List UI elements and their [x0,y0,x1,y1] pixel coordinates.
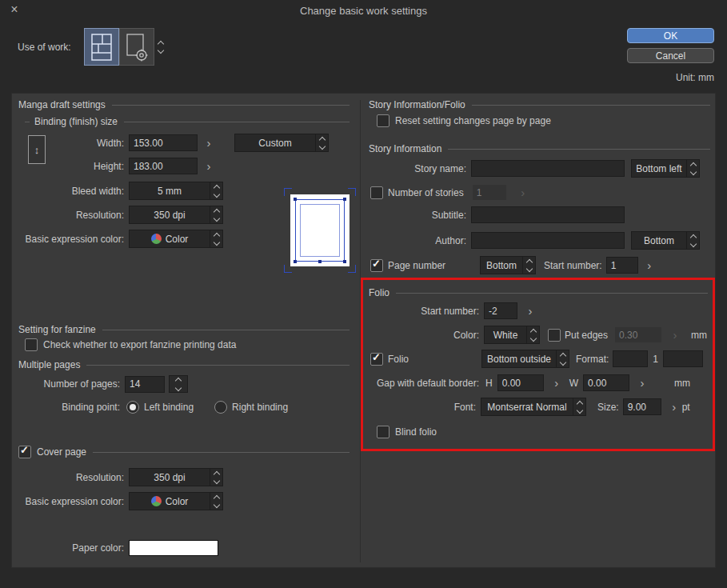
story-name-row: Story name: Bottom left [369,159,700,178]
folio-color-dropdown[interactable]: White [484,326,540,344]
height-input[interactable]: 183.00 [129,158,198,174]
preset-value: Custom [235,134,315,151]
folio-position-value: Bottom outside [482,350,556,367]
subtitle-label: Subtitle: [369,210,471,221]
format-suffix-input[interactable] [663,350,703,367]
resolution-row: Resolution: 350 dpi [18,206,223,224]
story-name-position-value: Bottom left [632,160,686,177]
author-position-spinner[interactable] [686,232,699,249]
folio-start-number-arrow[interactable] [524,303,537,319]
number-of-pages-stepper[interactable] [169,375,188,393]
left-binding-radio[interactable] [126,401,139,414]
resolution-stepper[interactable]: 350 dpi [129,206,223,224]
page-number-position-value: Bottom [481,257,522,274]
story-name-input[interactable] [471,160,625,177]
right-binding-label: Right binding [232,402,288,413]
author-position-value: Bottom [632,232,686,249]
story-name-position-spinner[interactable] [686,160,699,177]
folio-color-spinner[interactable] [526,326,539,343]
width-label: Width: [18,138,129,149]
page-gear-icon [125,32,149,62]
folio-color-row: Color: White Put edges 0.30 mm [369,326,707,344]
preview-handle [318,260,322,263]
page-number-position-spinner[interactable] [522,257,535,274]
folio-start-number-input[interactable]: -2 [484,302,517,319]
subtitle-input[interactable] [471,206,625,223]
paper-color-swatch[interactable] [129,540,218,556]
gap-w-input[interactable]: 0.00 [583,374,629,391]
work-type-spinner[interactable] [154,28,166,66]
fanzine-checkbox[interactable] [25,338,38,351]
cover-expression-dropdown[interactable]: Color [129,492,223,510]
preset-dropdown[interactable]: Custom [234,134,329,152]
gap-unit: mm [674,378,690,389]
page-number-checkbox[interactable] [370,259,383,272]
gap-h-input[interactable]: 0.00 [497,374,544,391]
expression-color-dropdown[interactable]: Color [129,230,223,248]
story-name-position-dropdown[interactable]: Bottom left [631,159,700,178]
put-edges-label: Put edges [565,330,608,341]
size-input[interactable]: 9.00 [623,398,661,415]
blind-folio-row: Blind folio [377,426,437,438]
bleed-spinner[interactable] [210,182,222,199]
expression-color-spinner[interactable] [210,230,222,247]
format-prefix-input[interactable] [613,350,648,367]
gap-w-arrow[interactable] [636,375,649,391]
folio-gap-row: Gap with default border: H 0.00 W 0.00 m… [369,374,690,391]
folio-color-label: Color: [369,330,484,341]
cover-page-checkbox[interactable] [18,446,31,458]
folio-checkbox[interactable] [370,353,383,366]
height-label: Height: [18,161,129,172]
page-start-number-arrow[interactable] [643,258,656,274]
section-cover-page: Cover page [18,446,350,458]
cover-resolution-label: Resolution: [18,472,129,483]
folio-checkbox-label: Folio [388,354,480,365]
folio-position-dropdown[interactable]: Bottom outside [481,350,569,368]
author-input[interactable] [471,232,625,249]
height-expand-arrow[interactable] [202,158,215,174]
resolution-spinner[interactable] [210,206,222,223]
page-start-number-input[interactable]: 1 [606,257,638,274]
width-input[interactable]: 153.00 [129,134,198,151]
size-arrow[interactable] [668,399,681,415]
number-of-stories-label: Number of stories [388,187,464,198]
font-spinner[interactable] [573,398,585,415]
bleed-stepper[interactable]: 5 mm [129,182,223,200]
section-title: Story Information/Folio [369,99,465,110]
cancel-button[interactable]: Cancel [627,48,714,63]
section-title: Binding (finish) size [34,116,118,127]
author-position-dropdown[interactable]: Bottom [631,231,700,250]
number-of-pages-input[interactable]: 14 [125,376,165,393]
font-dropdown[interactable]: Montserrat Normal [481,398,586,416]
reset-checkbox[interactable] [377,114,389,127]
page-number-position-dropdown[interactable]: Bottom [480,256,536,274]
font-value: Montserrat Normal [481,398,573,415]
cover-resolution-row: Resolution: 350 dpi [18,468,223,486]
number-of-pages-row: Number of pages: 14 [18,375,188,393]
cover-resolution-stepper[interactable]: 350 dpi [129,468,223,486]
height-row: Height: 183.00 [18,158,215,174]
number-of-stories-checkbox[interactable] [370,186,383,199]
section-story-information-folio: Story Information/Folio [369,99,710,110]
right-binding-radio[interactable] [214,401,227,414]
binding-point-label: Binding point: [18,402,125,413]
left-binding-label: Left binding [144,402,194,413]
section-binding-size: Binding (finish) size [25,116,350,127]
work-type-settings-button[interactable] [119,28,154,66]
ok-button[interactable]: OK [627,28,714,43]
cover-expression-spinner[interactable] [210,493,222,510]
width-expand-arrow[interactable] [202,135,215,151]
blind-folio-checkbox[interactable] [377,426,389,438]
color-wheel-icon [151,234,162,244]
cover-resolution-spinner[interactable] [210,469,222,486]
format-number-label: 1 [653,354,658,365]
paper-color-label: Paper color: [18,542,129,554]
put-edges-checkbox[interactable] [548,329,561,342]
size-unit: pt [682,402,690,413]
section-story-information: Story Information [369,143,710,154]
preset-spinner[interactable] [315,134,328,151]
work-type-manga-button[interactable] [84,28,119,66]
folio-position-spinner[interactable] [556,350,569,367]
gap-h-arrow[interactable] [550,375,563,391]
page-start-number-label: Start number: [544,260,602,271]
